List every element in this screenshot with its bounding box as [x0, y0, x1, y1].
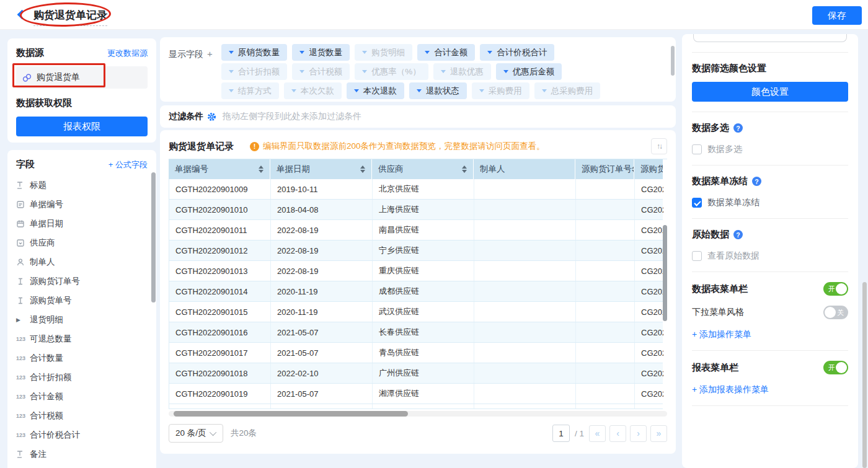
- field-label: 合计价税合计: [30, 430, 80, 441]
- multi-select-checkbox[interactable]: [692, 144, 702, 154]
- add-display-field-button[interactable]: +: [207, 48, 213, 59]
- column-header[interactable]: 单据日期: [270, 159, 372, 179]
- help-icon[interactable]: ?: [733, 230, 743, 239]
- table-horizontal-scrollbar[interactable]: [174, 411, 408, 417]
- total-pages-label: / 1: [575, 429, 584, 438]
- display-field-chip[interactable]: 本次欠款: [284, 82, 342, 99]
- add-formula-field-link[interactable]: + 公式字段: [108, 159, 148, 170]
- sort-icon[interactable]: [259, 166, 264, 173]
- field-item[interactable]: 123合计数量: [16, 348, 148, 368]
- display-field-chip[interactable]: 合计价税合计: [480, 44, 554, 61]
- display-field-chip[interactable]: 购货明细: [355, 44, 412, 61]
- multi-select-checkbox-row[interactable]: 数据多选: [692, 144, 848, 155]
- help-icon[interactable]: ?: [733, 123, 743, 133]
- display-field-chip[interactable]: 优惠后金额: [496, 63, 562, 80]
- field-item[interactable]: 123合计金额: [16, 387, 148, 406]
- table-row[interactable]: CGTH202209010172021-05-07青岛供应链CG2022: [169, 343, 663, 363]
- table-row[interactable]: CGTH202209010192021-05-07湘潭供应链CG2022: [169, 384, 663, 404]
- add-action-menu-link[interactable]: + 添加操作菜单: [692, 329, 848, 340]
- table-row[interactable]: CGTH202209010092019-10-11北京供应链CG2022: [169, 179, 663, 200]
- display-field-chip[interactable]: 结算方式: [221, 82, 279, 99]
- column-header[interactable]: 源购货订单号: [575, 159, 634, 179]
- add-report-action-menu-link[interactable]: + 添加报表操作菜单: [692, 384, 848, 395]
- page-size-select[interactable]: 20 条/页: [169, 424, 223, 443]
- gear-icon[interactable]: [207, 112, 216, 121]
- menu-freeze-checkbox-row[interactable]: 数据菜单冻结: [692, 197, 848, 208]
- table-vertical-scrollbar[interactable]: [663, 225, 667, 321]
- current-page-input[interactable]: 1: [552, 425, 570, 442]
- field-item[interactable]: 供应商: [16, 233, 148, 252]
- prev-page-button[interactable]: ‹: [609, 425, 626, 442]
- save-button[interactable]: 保存: [812, 6, 862, 25]
- cutoff-input[interactable]: [693, 34, 847, 42]
- field-item[interactable]: ▶退货明细: [16, 310, 148, 329]
- raw-data-checkbox-row[interactable]: 查看原始数据: [692, 250, 848, 262]
- change-datasource-link[interactable]: 更改数据源: [107, 48, 148, 59]
- column-header[interactable]: 供应商: [372, 159, 474, 179]
- table-cell: CG2022: [635, 261, 663, 281]
- display-field-chip[interactable]: 优惠率（%）: [355, 63, 428, 80]
- caret-down-icon: [417, 89, 422, 92]
- sort-order-button[interactable]: ↑↓: [651, 138, 667, 154]
- field-item[interactable]: 标题: [16, 175, 148, 195]
- table-row[interactable]: CGTH202209010132022-08-19重庆供应链CG2022: [169, 261, 663, 281]
- table-cell: 2022-02-10: [271, 363, 373, 383]
- table-row[interactable]: CGTH202209010122022-08-19宁乡供应链CG2022: [169, 241, 663, 261]
- field-item[interactable]: 123合计折扣额: [16, 368, 148, 387]
- field-item[interactable]: 123合计税额: [16, 406, 148, 425]
- fields-scrollbar[interactable]: [151, 172, 156, 302]
- column-header[interactable]: 源购货单: [634, 159, 663, 179]
- filter-placeholder[interactable]: 拖动左侧字段到此处来添加过滤条件: [223, 111, 361, 122]
- settings-scrollbar[interactable]: [862, 282, 867, 468]
- display-field-chip[interactable]: 退款状态: [409, 82, 467, 99]
- dropdown-style-toggle[interactable]: 关: [823, 306, 848, 319]
- display-field-chip[interactable]: 总采购费用: [534, 82, 601, 99]
- column-header[interactable]: 制单人: [474, 159, 575, 179]
- report-menubar-toggle[interactable]: 开: [823, 361, 848, 374]
- sort-icon[interactable]: [360, 166, 365, 173]
- page-title[interactable]: 购货退货单记录: [33, 8, 107, 26]
- help-icon[interactable]: ?: [752, 177, 761, 186]
- sort-icon[interactable]: [462, 166, 467, 173]
- display-field-chip[interactable]: 退款优惠: [433, 63, 491, 80]
- display-field-chip[interactable]: 本次退款: [347, 82, 404, 99]
- last-page-button[interactable]: »: [650, 425, 667, 442]
- field-item[interactable]: 源购货订单号: [16, 272, 148, 291]
- table-row[interactable]: CGTH202209010142020-11-19成都供应链CG2022: [169, 281, 663, 302]
- table-row[interactable]: CGTH202209010112022-08-19南昌供应链CG2022: [169, 220, 663, 241]
- field-item[interactable]: 源购货单号: [16, 291, 148, 310]
- table-panel: 购货退货单记录 ! 编辑界面只取数据源前200条作为查询数据预览，完整数据请访问…: [160, 130, 676, 454]
- field-item[interactable]: 单据日期: [16, 214, 148, 233]
- report-permission-button[interactable]: 报表权限: [16, 117, 148, 136]
- table-row[interactable]: CGTH202209010152020-11-19武汉供应链CG2022: [169, 302, 663, 322]
- display-field-chip[interactable]: 合计折扣额: [221, 63, 288, 80]
- datasource-item[interactable]: 购货退货单: [16, 66, 148, 89]
- column-header[interactable]: 单据编号: [169, 159, 270, 179]
- display-field-chip[interactable]: 采购费用: [472, 82, 529, 99]
- table-menubar-toggle[interactable]: 开: [823, 282, 848, 296]
- table-row[interactable]: CGTH202209010182022-02-10广州供应链CG2022: [169, 363, 663, 384]
- color-settings-button[interactable]: 颜色设置: [692, 82, 848, 102]
- display-field-chip[interactable]: 合计税额: [292, 63, 350, 80]
- table-row[interactable]: CGTH202209010162021-05-07长春供应链CG2022: [169, 322, 663, 343]
- chip-label: 合计税额: [309, 66, 342, 77]
- field-item[interactable]: 制单人: [16, 252, 148, 272]
- table-cell: [474, 281, 576, 301]
- display-field-chip[interactable]: 原销货数量: [221, 44, 288, 61]
- field-item[interactable]: 备注: [16, 444, 148, 464]
- raw-data-checkbox[interactable]: [692, 251, 702, 261]
- menu-freeze-checkbox[interactable]: [692, 198, 702, 208]
- field-item[interactable]: 123合计价税合计: [16, 425, 148, 444]
- field-item[interactable]: 123可退总数量: [16, 329, 148, 348]
- table-cell: 2022-08-19: [271, 261, 373, 281]
- field-item[interactable]: 单据编号: [16, 195, 148, 214]
- back-icon[interactable]: [17, 10, 27, 20]
- table-cell: 2022-08-19: [271, 241, 373, 260]
- first-page-button[interactable]: «: [589, 425, 606, 442]
- display-fields-scrollbar[interactable]: [671, 46, 675, 76]
- next-page-button[interactable]: ›: [630, 425, 647, 442]
- table-cell: [576, 220, 635, 240]
- table-row[interactable]: CGTH202209010102018-04-08上海供应链CG2022: [169, 200, 663, 220]
- display-field-chip[interactable]: 合计金额: [417, 44, 475, 61]
- display-field-chip[interactable]: 退货数量: [292, 44, 350, 61]
